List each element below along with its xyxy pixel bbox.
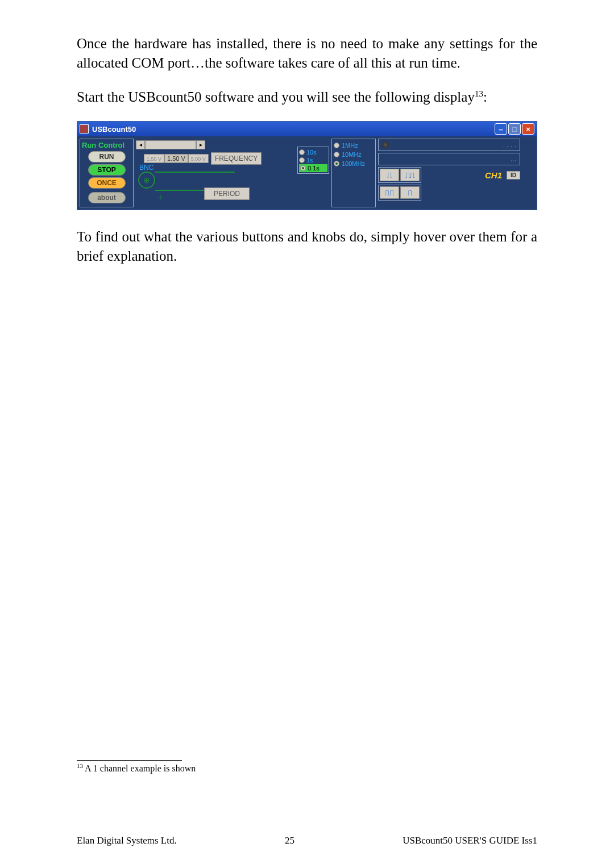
readout-panel: . . . . ... ⎍ ⎍⎍ CH1 ID ⎍⎍ ⎍ xyxy=(378,139,520,207)
hover-hint-para: To find out what the various buttons and… xyxy=(77,227,537,266)
pulse-button[interactable]: ⎍⎍ xyxy=(400,169,420,181)
voltage-low: 1.50 V xyxy=(144,154,164,163)
voltage-high: 5.00 V xyxy=(188,154,209,163)
once-button[interactable]: ONCE xyxy=(88,177,126,189)
falling-edge-button[interactable]: ⎍ xyxy=(400,186,420,199)
para2-text: Start the USBcount50 software and you wi… xyxy=(77,89,475,105)
close-button[interactable]: × xyxy=(522,123,534,135)
bw-10mhz-option[interactable]: 10MHz xyxy=(334,150,374,159)
page-footer: Elan Digital Systems Ltd. 25 USBcount50 … xyxy=(77,835,537,846)
bw-1mhz-option[interactable]: 1MHz xyxy=(334,141,374,150)
bandwidth-radios: 1MHz 10MHz 100MHz xyxy=(331,139,376,207)
run-button[interactable]: RUN xyxy=(88,151,126,162)
footnote-text: A 1 channel example is shown xyxy=(83,763,196,773)
run-control-panel: Run Control RUN STOP ONCE about xyxy=(80,139,134,207)
slider-right-arrow[interactable]: ▸ xyxy=(196,140,205,149)
channel-label: CH1 xyxy=(485,170,502,180)
edge-buttons: ⎍⎍ ⎍ xyxy=(378,185,421,201)
maximize-button[interactable]: □ xyxy=(508,123,521,135)
footnote-rule xyxy=(77,760,182,761)
ground-icon: ⏚ xyxy=(159,193,163,201)
minimize-button[interactable]: – xyxy=(495,123,507,135)
multi-pulse-button[interactable]: ⎍⎍ xyxy=(380,186,399,199)
coupling-buttons: ⎍ ⎍⎍ xyxy=(378,167,421,183)
run-control-title: Run Control xyxy=(82,141,131,149)
stop-button[interactable]: STOP xyxy=(88,164,126,176)
footnote-number: 13 xyxy=(77,762,83,769)
bnc-label: BNC xyxy=(139,164,154,172)
bnc-connector-icon[interactable]: ⊕ xyxy=(138,172,155,189)
footnote-ref-13: 13 xyxy=(475,89,483,98)
page-number: 25 xyxy=(285,835,294,846)
gate-time-radios: 10s 1s 0.1s xyxy=(297,147,329,174)
para2-colon: : xyxy=(483,89,487,105)
footer-right: USBcount50 USER'S GUIDE Iss1 xyxy=(403,835,537,846)
window-title: USBcount50 xyxy=(92,125,136,133)
gate-0.1s-option[interactable]: 0.1s xyxy=(299,164,327,172)
frequency-display: . . . . xyxy=(378,139,520,151)
intro-para-1: Once the hardware has installed, there i… xyxy=(77,34,537,73)
middle-panel: ◂ ▸ 1.50 V 1.50 V 5.00 V FREQUENCY BNC ⊕ xyxy=(136,139,534,207)
titlebar: USBcount50 – □ × xyxy=(77,122,537,136)
gate-10s-option[interactable]: 10s xyxy=(299,148,327,156)
usbcount50-window: USBcount50 – □ × Run Control RUN STOP ON… xyxy=(77,121,537,210)
slider-left-arrow[interactable]: ◂ xyxy=(136,140,145,149)
frequency-label: FREQUENCY xyxy=(211,152,262,165)
intro-para-2: Start the USBcount50 software and you wi… xyxy=(77,87,537,107)
about-button[interactable]: about xyxy=(88,192,126,203)
footer-left: Elan Digital Systems Ltd. xyxy=(77,835,177,846)
period-value: ... xyxy=(511,155,516,163)
app-icon xyxy=(80,124,89,133)
period-display: ... xyxy=(378,153,520,165)
footnote-13: 13 A 1 channel example is shown xyxy=(77,762,537,774)
signal-config: ◂ ▸ 1.50 V 1.50 V 5.00 V FREQUENCY BNC ⊕ xyxy=(136,139,329,207)
voltage-mid: 1.50 V xyxy=(164,154,188,163)
gate-1s-option[interactable]: 1s xyxy=(299,156,327,164)
voltage-slider[interactable] xyxy=(145,140,196,149)
period-label: PERIOD xyxy=(204,187,250,200)
status-led-icon xyxy=(382,141,389,148)
id-button[interactable]: ID xyxy=(507,171,520,180)
freq-value: . . . . xyxy=(503,141,516,149)
rising-edge-button[interactable]: ⎍ xyxy=(380,169,399,181)
bw-100mhz-option[interactable]: 100MHz xyxy=(334,159,374,168)
